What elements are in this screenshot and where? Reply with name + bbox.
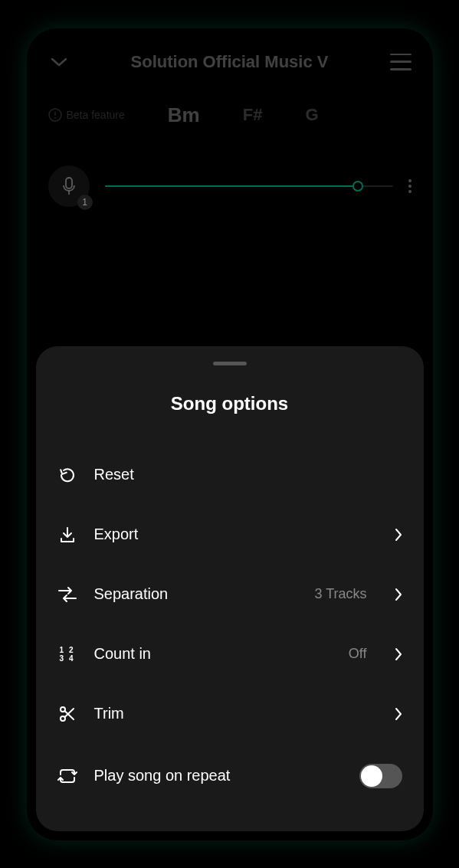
svg-point-2 <box>54 117 56 119</box>
chord-secondary-1: F# <box>243 105 263 125</box>
separation-label: Separation <box>94 585 298 603</box>
chevron-right-icon <box>395 528 402 542</box>
trim-label: Trim <box>94 705 378 722</box>
repeat-icon <box>57 766 77 786</box>
chevron-right-icon <box>395 707 402 721</box>
separation-icon <box>57 585 77 604</box>
separation-value: 3 Tracks <box>314 586 366 602</box>
more-vertical-icon <box>408 179 411 182</box>
hamburger-icon <box>390 54 411 56</box>
mic-button[interactable]: 1 <box>48 165 90 207</box>
reset-icon <box>57 465 77 485</box>
player-row: 1 <box>27 142 433 222</box>
reset-label: Reset <box>94 466 402 483</box>
repeat-label: Play song on repeat <box>94 767 343 784</box>
svg-rect-3 <box>66 178 72 188</box>
reset-option[interactable]: Reset <box>57 445 402 505</box>
export-label: Export <box>94 526 378 543</box>
collapse-button[interactable] <box>48 51 70 73</box>
repeat-option: Play song on repeat <box>57 744 402 808</box>
chord-secondary-2: G <box>305 105 318 125</box>
export-option[interactable]: Export <box>57 505 402 565</box>
trim-option[interactable]: Trim <box>57 684 402 744</box>
song-title: Solution Official Music V <box>70 52 390 72</box>
count-in-option[interactable]: 1 2 3 4 Count in Off <box>57 624 402 684</box>
chevron-right-icon <box>395 588 402 601</box>
mic-badge: 1 <box>77 195 93 210</box>
progress-slider[interactable] <box>105 185 393 187</box>
sheet-handle[interactable] <box>213 362 247 365</box>
song-options-sheet: Song options Reset Export <box>36 346 424 831</box>
progress-fill <box>105 185 359 187</box>
repeat-toggle[interactable] <box>359 764 402 788</box>
chevron-right-icon <box>395 647 402 661</box>
alert-icon <box>48 108 62 122</box>
microphone-icon <box>61 176 77 196</box>
export-icon <box>57 525 77 545</box>
count-in-value: Off <box>349 646 367 662</box>
separation-option[interactable]: Separation 3 Tracks <box>57 565 402 624</box>
count-in-icon: 1 2 3 4 <box>57 644 77 664</box>
chords-row: Beta feature Bm F# G <box>27 88 433 142</box>
beta-feature-badge: Beta feature <box>48 108 125 122</box>
chevron-down-icon <box>51 57 67 67</box>
toggle-knob <box>361 765 382 787</box>
progress-thumb <box>352 181 363 192</box>
chord-main: Bm <box>168 103 200 127</box>
beta-label: Beta feature <box>67 109 125 121</box>
count-in-label: Count in <box>94 645 332 663</box>
trim-icon <box>57 704 77 724</box>
menu-button[interactable] <box>390 54 411 70</box>
phone-screen: Solution Official Music V Beta feature B… <box>27 28 433 840</box>
top-bar: Solution Official Music V <box>27 28 433 88</box>
sheet-title: Song options <box>57 393 402 414</box>
more-button[interactable] <box>408 179 411 193</box>
